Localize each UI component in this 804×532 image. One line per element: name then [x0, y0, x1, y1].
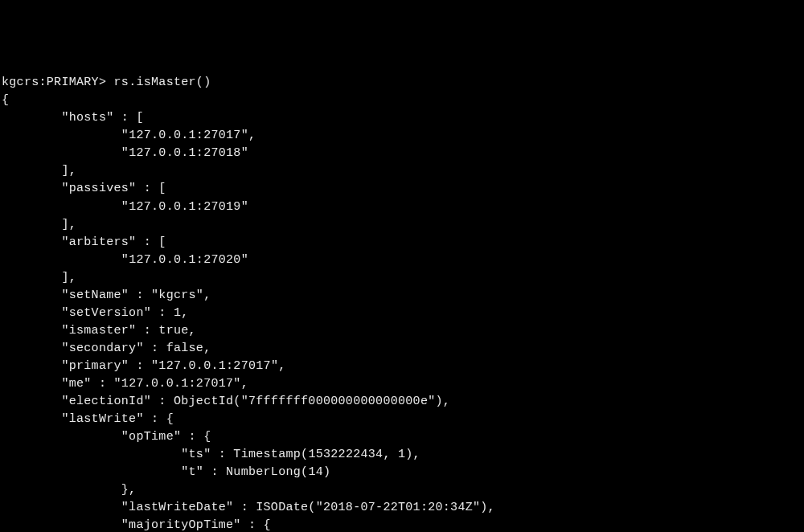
passive-0: 127.0.0.1:27019 [129, 200, 241, 214]
set-name: kgcrs [158, 289, 196, 302]
me: 127.0.0.1:27017 [121, 377, 234, 391]
secondary: false [166, 342, 204, 355]
host-0: 127.0.0.1:27017 [129, 129, 241, 142]
election-id: 7fffffff000000000000000e [248, 395, 428, 408]
last-write-date: 2018-07-22T01:20:34Z [323, 501, 473, 514]
terminal-output[interactable]: kgcrs:PRIMARY> rs.isMaster() { "hosts" :… [2, 74, 802, 532]
command-text: rs.isMaster() [114, 76, 211, 89]
prompt: kgcrs:PRIMARY> [2, 76, 114, 89]
host-1: 127.0.0.1:27018 [129, 146, 241, 160]
optime-ts: 1532222434, 1 [308, 448, 405, 461]
ismaster: true [158, 324, 188, 338]
set-version: 1 [174, 306, 181, 320]
arbiter-0: 127.0.0.1:27020 [129, 253, 241, 267]
primary: 127.0.0.1:27017 [158, 359, 271, 373]
optime-t: 14 [308, 465, 323, 479]
